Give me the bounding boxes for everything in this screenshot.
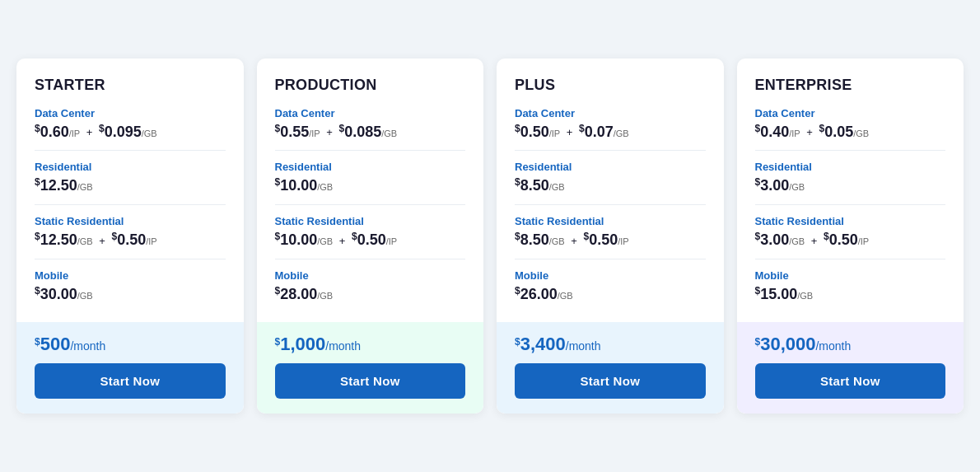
plan-name-production: PRODUCTION bbox=[275, 77, 466, 94]
residential-price-production: $10.00/GB bbox=[275, 176, 466, 194]
static-residential-price-enterprise: $3.00/GB + $0.50/IP bbox=[755, 231, 946, 249]
mobile-price-starter: $30.00/GB bbox=[35, 285, 226, 303]
monthly-dollar-starter: $ bbox=[35, 336, 40, 348]
residential-section-enterprise: Residential $3.00/GB bbox=[755, 161, 946, 205]
plan-card-enterprise: ENTERPRISE Data Center $0.40/IP + $0.05/… bbox=[737, 58, 964, 414]
residential-label-enterprise: Residential bbox=[755, 161, 946, 173]
monthly-price-starter: $500/month bbox=[35, 334, 226, 355]
plan-body-enterprise: ENTERPRISE Data Center $0.40/IP + $0.05/… bbox=[737, 58, 964, 323]
mobile-label-starter: Mobile bbox=[35, 269, 226, 282]
start-button-enterprise[interactable]: Start Now bbox=[755, 363, 946, 399]
mobile-section-enterprise: Mobile $15.00/GB bbox=[755, 269, 946, 313]
monthly-price-plus: $3,400/month bbox=[515, 334, 706, 355]
residential-section-starter: Residential $12.50/GB bbox=[35, 161, 226, 205]
data-center-label-starter: Data Center bbox=[35, 107, 226, 119]
monthly-per-production: /month bbox=[325, 339, 361, 353]
static-residential-label-enterprise: Static Residential bbox=[755, 215, 946, 227]
monthly-price-enterprise: $30,000/month bbox=[755, 334, 946, 355]
mobile-label-plus: Mobile bbox=[515, 269, 706, 282]
pricing-container: STARTER Data Center $0.60/IP + $0.095/GB… bbox=[16, 58, 964, 414]
plan-body-plus: PLUS Data Center $0.50/IP + $0.07/GB Res… bbox=[497, 58, 724, 323]
start-button-plus[interactable]: Start Now bbox=[515, 363, 706, 399]
plan-footer-production: $1,000/month Start Now bbox=[257, 322, 484, 414]
static-residential-label-production: Static Residential bbox=[275, 215, 466, 227]
mobile-section-plus: Mobile $26.00/GB bbox=[515, 269, 706, 313]
data-center-label-enterprise: Data Center bbox=[755, 107, 946, 119]
residential-price-starter: $12.50/GB bbox=[35, 176, 226, 194]
residential-section-plus: Residential $8.50/GB bbox=[515, 161, 706, 205]
static-residential-section-plus: Static Residential $8.50/GB + $0.50/IP bbox=[515, 215, 706, 259]
data-center-section-plus: Data Center $0.50/IP + $0.07/GB bbox=[515, 107, 706, 152]
residential-price-enterprise: $3.00/GB bbox=[755, 176, 946, 194]
mobile-label-production: Mobile bbox=[275, 269, 466, 282]
data-center-label-production: Data Center bbox=[275, 107, 466, 119]
plan-body-production: PRODUCTION Data Center $0.55/IP + $0.085… bbox=[257, 58, 484, 323]
static-residential-price-plus: $8.50/GB + $0.50/IP bbox=[515, 231, 706, 249]
plan-body-starter: STARTER Data Center $0.60/IP + $0.095/GB… bbox=[16, 58, 244, 323]
mobile-price-enterprise: $15.00/GB bbox=[755, 285, 946, 303]
monthly-per-starter: /month bbox=[70, 339, 105, 353]
plan-footer-plus: $3,400/month Start Now bbox=[497, 322, 724, 414]
residential-label-production: Residential bbox=[275, 161, 466, 173]
mobile-price-production: $28.00/GB bbox=[275, 285, 466, 303]
mobile-price-plus: $26.00/GB bbox=[515, 285, 706, 303]
static-residential-section-production: Static Residential $10.00/GB + $0.50/IP bbox=[275, 215, 466, 259]
residential-label-starter: Residential bbox=[35, 161, 226, 173]
plan-name-starter: STARTER bbox=[35, 77, 226, 94]
residential-price-plus: $8.50/GB bbox=[515, 176, 706, 194]
monthly-price-production: $1,000/month bbox=[275, 334, 466, 355]
plan-card-production: PRODUCTION Data Center $0.55/IP + $0.085… bbox=[257, 58, 484, 414]
plan-card-starter: STARTER Data Center $0.60/IP + $0.095/GB… bbox=[16, 58, 244, 414]
plan-footer-enterprise: $30,000/month Start Now bbox=[737, 322, 964, 414]
data-center-section-starter: Data Center $0.60/IP + $0.095/GB bbox=[35, 107, 226, 152]
plan-card-plus: PLUS Data Center $0.50/IP + $0.07/GB Res… bbox=[497, 58, 724, 414]
monthly-amount-enterprise: 30,000 bbox=[760, 334, 815, 354]
mobile-section-starter: Mobile $30.00/GB bbox=[35, 269, 226, 313]
mobile-label-enterprise: Mobile bbox=[755, 269, 946, 282]
static-residential-price-production: $10.00/GB + $0.50/IP bbox=[275, 231, 466, 249]
monthly-per-enterprise: /month bbox=[815, 339, 851, 353]
plan-footer-starter: $500/month Start Now bbox=[16, 322, 244, 414]
monthly-amount-starter: 500 bbox=[40, 334, 71, 354]
data-center-price-production: $0.55/IP + $0.085/GB bbox=[275, 123, 466, 141]
static-residential-label-starter: Static Residential bbox=[35, 215, 226, 227]
start-button-starter[interactable]: Start Now bbox=[35, 363, 226, 399]
static-residential-label-plus: Static Residential bbox=[515, 215, 706, 227]
monthly-amount-plus: 3,400 bbox=[520, 334, 566, 354]
monthly-amount-production: 1,000 bbox=[280, 334, 325, 354]
data-center-price-enterprise: $0.40/IP + $0.05/GB bbox=[755, 123, 946, 141]
static-residential-section-enterprise: Static Residential $3.00/GB + $0.50/IP bbox=[755, 215, 946, 259]
start-button-production[interactable]: Start Now bbox=[275, 363, 466, 399]
static-residential-price-starter: $12.50/GB + $0.50/IP bbox=[35, 231, 226, 249]
static-residential-section-starter: Static Residential $12.50/GB + $0.50/IP bbox=[35, 215, 226, 259]
mobile-section-production: Mobile $28.00/GB bbox=[275, 269, 466, 313]
monthly-dollar-plus: $ bbox=[515, 336, 520, 348]
data-center-section-enterprise: Data Center $0.40/IP + $0.05/GB bbox=[755, 107, 946, 152]
residential-section-production: Residential $10.00/GB bbox=[275, 161, 466, 205]
data-center-price-plus: $0.50/IP + $0.07/GB bbox=[515, 123, 706, 141]
plan-name-enterprise: ENTERPRISE bbox=[755, 77, 946, 94]
data-center-price-starter: $0.60/IP + $0.095/GB bbox=[35, 123, 226, 141]
residential-label-plus: Residential bbox=[515, 161, 706, 173]
data-center-label-plus: Data Center bbox=[515, 107, 706, 119]
data-center-section-production: Data Center $0.55/IP + $0.085/GB bbox=[275, 107, 466, 152]
plan-name-plus: PLUS bbox=[515, 77, 706, 94]
monthly-per-plus: /month bbox=[566, 339, 601, 353]
